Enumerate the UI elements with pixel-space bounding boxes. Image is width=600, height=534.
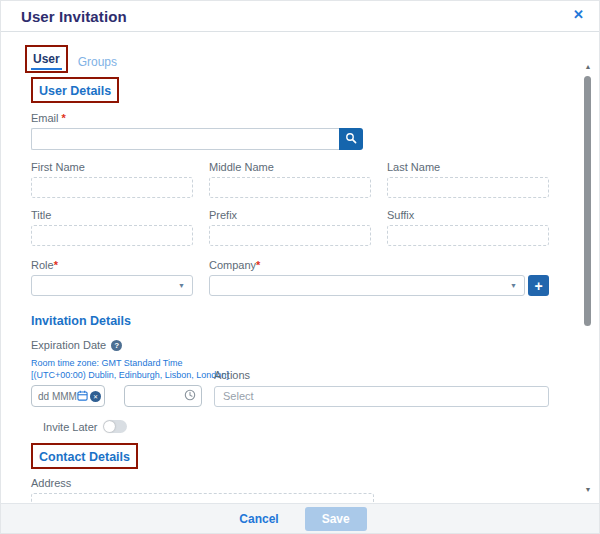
timezone-text: Room time zone: GMT Standard Time [(UTC+… [31, 357, 214, 381]
scroll-up-icon[interactable]: ▲ [582, 63, 594, 70]
email-label: Email * [31, 112, 549, 124]
company-select-wrap: Company* ▼ [209, 259, 525, 296]
address-label: Address [31, 477, 549, 489]
scroll-down-icon[interactable]: ▼ [582, 486, 594, 493]
title-fields-row: Title Prefix Suffix [31, 209, 549, 246]
role-company-row: Role* ▼ Company* ▼ + [31, 259, 549, 296]
suffix-label: Suffix [387, 209, 549, 221]
page-title: User Invitation [21, 8, 127, 25]
clear-date-icon[interactable]: ✕ [90, 391, 101, 402]
title-label: Title [31, 209, 193, 221]
field-middle-name: Middle Name [209, 161, 371, 198]
prefix-label: Prefix [209, 209, 371, 221]
timezone-line1: Room time zone: GMT Standard Time [31, 357, 214, 369]
required-asterisk: * [62, 112, 66, 124]
field-company: Company* ▼ + [209, 259, 549, 296]
expiration-time-input[interactable] [124, 385, 202, 407]
suffix-field[interactable] [387, 225, 549, 246]
invite-later-row: Invite Later [43, 420, 549, 433]
actions-select[interactable]: Select [214, 386, 549, 407]
close-icon[interactable]: ✕ [573, 8, 584, 21]
chevron-down-icon: ▼ [178, 282, 185, 289]
plus-icon: + [534, 279, 542, 293]
field-suffix: Suffix [387, 209, 549, 246]
search-icon [345, 132, 357, 147]
tab-bar: User Groups [25, 45, 549, 73]
actions-select-value: Select [223, 390, 254, 402]
invite-later-label: Invite Later [43, 421, 97, 433]
middle-name-label: Middle Name [209, 161, 371, 173]
field-role: Role* ▼ [31, 259, 193, 296]
section-user-details: User Details [39, 84, 111, 98]
cancel-button[interactable]: Cancel [233, 511, 284, 527]
calendar-icon[interactable] [77, 387, 88, 405]
chevron-down-icon: ▼ [510, 282, 517, 289]
company-select[interactable]: ▼ [209, 275, 525, 296]
section-invitation-details: Invitation Details [31, 314, 131, 328]
field-title: Title [31, 209, 193, 246]
field-prefix: Prefix [209, 209, 371, 246]
date-placeholder: dd MMM y [38, 391, 77, 402]
email-field[interactable] [31, 128, 339, 150]
first-name-field[interactable] [31, 177, 193, 198]
expiration-row: Expiration Date ? [31, 339, 549, 351]
email-row [31, 128, 363, 150]
dialog-body: User Groups User Details Email * First N… [1, 32, 599, 503]
annotation-box-user-details: User Details [31, 77, 119, 103]
required-asterisk: * [54, 259, 58, 271]
section-invitation-details-wrap: Invitation Details [31, 311, 549, 329]
dialog-footer: Cancel Save [1, 503, 599, 533]
save-button[interactable]: Save [305, 507, 367, 531]
invite-later-toggle[interactable] [103, 420, 127, 433]
first-name-label: First Name [31, 161, 193, 173]
dialog-header: User Invitation [1, 1, 599, 32]
actions-label: Actions [214, 369, 549, 381]
middle-name-field[interactable] [209, 177, 371, 198]
expiration-date-label: Expiration Date [31, 339, 106, 351]
vertical-scrollbar: ▲ ▼ [582, 59, 594, 497]
role-label: Role* [31, 259, 193, 271]
section-contact-details: Contact Details [39, 450, 130, 464]
tab-groups[interactable]: Groups [78, 55, 117, 73]
search-button[interactable] [339, 128, 363, 150]
info-icon[interactable]: ? [111, 340, 122, 351]
name-fields-row: First Name Middle Name Last Name [31, 161, 549, 198]
title-field[interactable] [31, 225, 193, 246]
address-field[interactable] [31, 493, 374, 503]
company-label: Company* [209, 259, 525, 271]
add-company-button[interactable]: + [528, 275, 549, 296]
tab-user[interactable]: User [31, 52, 62, 70]
user-invitation-dialog: User Invitation ✕ User Groups User Detai… [0, 0, 600, 534]
prefix-field[interactable] [209, 225, 371, 246]
annotation-box-user-tab: User [25, 45, 68, 73]
field-first-name: First Name [31, 161, 193, 198]
last-name-label: Last Name [387, 161, 549, 173]
timezone-line2: [(UTC+00:00) Dublin, Edinburgh, Lisbon, … [31, 369, 214, 381]
scrollbar-thumb[interactable] [584, 76, 591, 326]
clock-icon[interactable] [184, 387, 196, 405]
annotation-box-contact-details: Contact Details [31, 443, 138, 469]
role-select[interactable]: ▼ [31, 275, 193, 296]
datetime-fields: dd MMM y ✕ [31, 385, 214, 407]
required-asterisk: * [256, 259, 260, 271]
last-name-field[interactable] [387, 177, 549, 198]
timezone-actions-labels: Room time zone: GMT Standard Time [(UTC+… [31, 357, 549, 381]
datetime-actions-row: dd MMM y ✕ Select [31, 385, 549, 407]
toggle-knob [104, 421, 115, 432]
field-last-name: Last Name [387, 161, 549, 198]
expiration-date-input[interactable]: dd MMM y ✕ [31, 385, 105, 407]
